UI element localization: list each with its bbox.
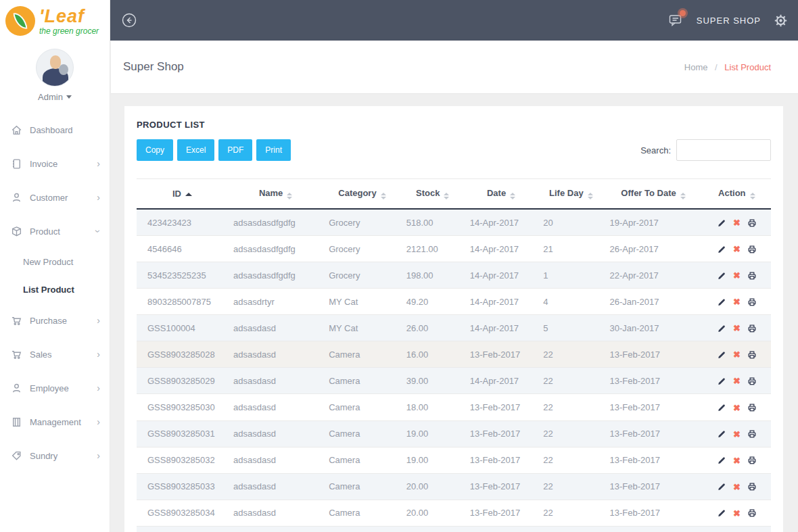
breadcrumb-home-link[interactable]: Home (684, 62, 708, 72)
edit-icon[interactable] (717, 218, 726, 228)
print-icon[interactable] (747, 429, 757, 439)
print-icon[interactable] (747, 271, 757, 281)
chevron-right-icon: › (97, 349, 100, 359)
sidebar-item-customer[interactable]: Customer › (0, 180, 110, 214)
purchase-icon (11, 315, 22, 327)
settings-gear-icon[interactable] (774, 14, 787, 27)
print-icon[interactable] (747, 456, 757, 465)
pdf-button[interactable]: PDF (218, 139, 252, 161)
sidebar-item-product[interactable]: Product › (0, 214, 110, 248)
sidebar-item-invoice[interactable]: Invoice › (0, 147, 110, 180)
chevron-right-icon: › (97, 159, 100, 168)
breadcrumb-current[interactable]: List Product (724, 62, 771, 72)
print-icon[interactable] (747, 377, 757, 386)
print-icon[interactable] (747, 218, 757, 228)
print-icon[interactable] (747, 297, 757, 307)
print-icon[interactable] (747, 403, 757, 412)
edit-icon[interactable] (717, 350, 726, 360)
table-row: GSS8903285031adsasdasdCamera19.0013-Feb-… (137, 420, 771, 447)
cell-name: adsasdasdfgdfg (228, 262, 323, 289)
table-row: GSS8903285030adsasdasdCamera18.0013-Feb-… (137, 394, 771, 420)
print-icon[interactable] (747, 508, 757, 518)
sidebar-item-sales[interactable]: Sales › (0, 337, 110, 371)
chevron-right-icon: › (97, 451, 100, 460)
print-icon[interactable] (747, 324, 757, 333)
column-header-stock[interactable]: Stock (401, 179, 465, 210)
edit-icon[interactable] (717, 245, 726, 254)
delete-icon[interactable]: ✖ (733, 456, 741, 466)
delete-icon[interactable]: ✖ (733, 482, 741, 492)
print-button[interactable]: Print (256, 139, 291, 161)
sidebar-subitem-new-product[interactable]: New Product (0, 248, 110, 276)
cell-id: GSS8903285032 (137, 447, 228, 473)
brand-logo[interactable]: 'Leaf the green grocer (0, 0, 110, 42)
edit-icon[interactable] (717, 377, 726, 386)
column-header-action[interactable]: Action (703, 179, 771, 210)
table-row: GSS8903285033adsasdasdCamera20.0013-Feb-… (137, 473, 771, 500)
sidebar-item-management[interactable]: Management › (0, 405, 110, 439)
edit-icon[interactable] (717, 429, 726, 439)
messages-icon[interactable] (668, 13, 683, 28)
copy-button[interactable]: Copy (137, 139, 173, 161)
cell-name: adsasdasd (228, 500, 323, 526)
column-header-name[interactable]: Name (228, 179, 323, 210)
edit-icon[interactable] (717, 297, 726, 307)
table-row: GSS8903285028adsasdasdCamera16.0013-Feb-… (137, 341, 771, 368)
cell-life_day: 22 (538, 526, 604, 532)
sidebar-subitem-list-product[interactable]: List Product (0, 276, 110, 304)
cell-offer_to_date: 30-Jan-2017 (604, 315, 702, 341)
delete-icon[interactable]: ✖ (733, 218, 741, 228)
cell-offer_to_date: 13-Feb-2017 (604, 473, 702, 500)
cell-life_day: 1 (538, 262, 604, 289)
column-header-life-day[interactable]: Life Day (538, 179, 604, 210)
delete-icon[interactable]: ✖ (733, 376, 741, 386)
edit-icon[interactable] (717, 508, 726, 518)
sidebar-item-purchase[interactable]: Purchase › (0, 304, 110, 337)
cell-actions: ✖ (703, 447, 771, 473)
edit-icon[interactable] (717, 456, 726, 465)
delete-icon[interactable]: ✖ (733, 349, 741, 360)
shop-name[interactable]: SUPER SHOP (697, 16, 761, 26)
edit-icon[interactable] (717, 324, 726, 333)
print-icon[interactable] (747, 245, 757, 254)
cell-category: Camera (323, 500, 401, 526)
sidebar-toggle-icon[interactable] (121, 12, 137, 28)
edit-icon[interactable] (717, 271, 726, 281)
sort-both-icon (750, 193, 755, 199)
cell-offer_to_date: 13-Feb-2017 (604, 368, 702, 394)
chevron-right-icon: › (97, 383, 100, 393)
column-header-date[interactable]: Date (465, 179, 538, 210)
cell-actions: ✖ (703, 368, 771, 394)
sidebar-item-sundry[interactable]: Sundry › (0, 439, 110, 473)
delete-icon[interactable]: ✖ (733, 508, 741, 518)
column-header-id[interactable]: ID (137, 179, 228, 210)
column-header-category[interactable]: Category (323, 179, 401, 210)
cell-offer_to_date: 19-Apr-2017 (604, 209, 702, 236)
cell-name: adsasdasd (228, 420, 323, 447)
delete-icon[interactable]: ✖ (733, 244, 741, 254)
delete-icon[interactable]: ✖ (733, 429, 741, 439)
edit-icon[interactable] (717, 403, 726, 412)
search-input[interactable] (676, 139, 771, 161)
delete-icon[interactable]: ✖ (733, 403, 741, 413)
print-icon[interactable] (747, 350, 757, 360)
cell-life_day: 22 (538, 368, 604, 394)
sort-asc-icon (185, 193, 192, 196)
chevron-right-icon: › (97, 316, 100, 325)
print-icon[interactable] (747, 482, 757, 491)
excel-button[interactable]: Excel (177, 139, 214, 161)
cell-life_day: 22 (538, 473, 604, 500)
admin-dropdown[interactable]: Admin (0, 92, 110, 102)
delete-icon[interactable]: ✖ (733, 297, 741, 307)
delete-icon[interactable]: ✖ (733, 270, 741, 281)
sidebar-item-dashboard[interactable]: Dashboard (0, 113, 110, 147)
sidebar-item-employee[interactable]: Employee › (0, 371, 110, 405)
column-header-offer-to-date[interactable]: Offer To Date (604, 179, 702, 210)
profile-block: Admin (0, 42, 110, 102)
avatar[interactable] (36, 49, 74, 87)
delete-icon[interactable]: ✖ (733, 323, 741, 333)
cell-actions: ✖ (703, 500, 771, 526)
page-title: Super Shop (123, 60, 184, 74)
cell-offer_to_date: 22-Apr-2017 (604, 262, 702, 289)
edit-icon[interactable] (717, 482, 726, 491)
